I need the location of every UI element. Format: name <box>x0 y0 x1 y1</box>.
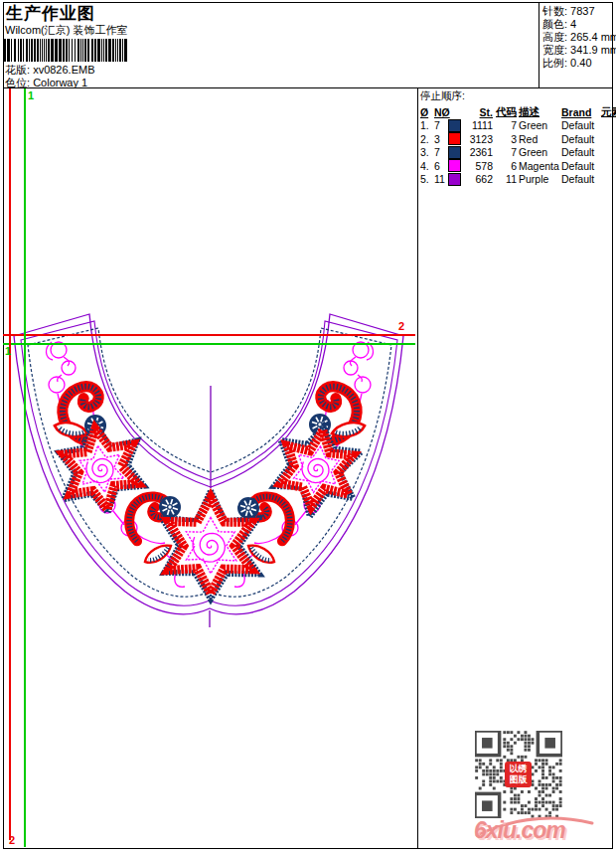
stitch-count: 1111 <box>465 119 495 131</box>
site-watermark: 6xiu.com <box>474 817 613 844</box>
color-description: Magenta <box>519 160 561 172</box>
qr-center-seal: 以绣 图版 <box>505 762 532 787</box>
thread-color-swatch <box>448 146 461 159</box>
stop-sequence-header-row: ØNØSt.代码描述Brand元素 <box>420 105 611 119</box>
color-description: Green <box>519 146 561 158</box>
row-index: 3. <box>420 146 434 158</box>
color-description: Red <box>519 133 561 145</box>
color-description: Purple <box>519 173 561 185</box>
stats-row-3: 宽度: 341.9 mm <box>542 44 612 57</box>
thread-code: 11 <box>495 173 519 185</box>
studio-subtitle: Wilcom(汇京) 装饰工作室 <box>5 23 127 38</box>
thread-code: 7 <box>495 146 519 158</box>
qr-code: 以绣 图版 <box>475 731 562 818</box>
color-swatch <box>448 132 465 145</box>
thread-code: 7 <box>495 119 519 131</box>
color-swatch <box>448 146 465 159</box>
stitch-count: 3123 <box>465 133 495 145</box>
stop-sequence-rows: 1.711117GreenDefault2.331233RedDefault3.… <box>420 119 611 187</box>
stitch-count: 662 <box>465 173 495 185</box>
row-index: 1. <box>420 119 434 131</box>
colorway-value: Colorway 1 <box>33 77 87 88</box>
stop-sequence-row-5: 5.1166211PurpleDefault <box>420 173 611 187</box>
seq-header-5: 描述 <box>519 105 539 117</box>
colorway-label: 色位: <box>5 77 30 88</box>
stats-row-4: 比例: 0.40 <box>542 57 612 70</box>
stitch-count: 578 <box>465 160 495 172</box>
thread-brand: Default <box>561 160 601 172</box>
seq-header-0: Ø <box>420 106 428 118</box>
page-title: 生产作业图 <box>6 2 95 25</box>
stats-row-0: 针数: 7837 <box>542 5 612 18</box>
seq-header-7: 元素 <box>601 105 616 117</box>
stop-sequence-row-4: 4.65786MagentaDefault <box>420 159 611 173</box>
thread-color-swatch <box>448 159 461 172</box>
needle-number: 3 <box>434 133 448 145</box>
header-divider <box>3 87 612 88</box>
seq-header-1: NØ <box>434 106 450 118</box>
colorway-line: 色位: Colorway 1 <box>5 76 87 90</box>
thread-brand: Default <box>561 146 601 158</box>
stop-sequence-row-3: 3.723617GreenDefault <box>420 146 611 160</box>
barcode <box>4 39 129 62</box>
stats-row-2: 高度: 265.4 mm <box>542 31 612 44</box>
pattern-value: xv0826.EMB <box>33 64 94 76</box>
color-swatch <box>448 173 465 186</box>
stats-row-1: 颜色: 4 <box>542 18 612 31</box>
color-swatch <box>448 159 465 172</box>
color-description: Green <box>519 119 561 131</box>
stop-sequence-row-1: 1.711117GreenDefault <box>420 119 611 133</box>
seq-header-6: Brand <box>561 106 591 118</box>
needle-number: 7 <box>434 119 448 131</box>
row-index: 2. <box>420 133 434 145</box>
needle-number: 11 <box>434 173 448 185</box>
pattern-label: 花版: <box>5 64 30 76</box>
thread-brand: Default <box>561 173 601 185</box>
stop-sequence-title: 停止顺序: <box>420 89 611 103</box>
color-swatch <box>448 119 465 132</box>
seq-header-3: St. <box>480 106 493 118</box>
design-stats-panel: 针数: 7837颜色: 4高度: 265.4 mm宽度: 341.9 mm比例:… <box>542 5 612 70</box>
row-index: 4. <box>420 160 434 172</box>
right-column-divider <box>417 87 418 848</box>
qr-seal-line2: 图版 <box>505 774 532 785</box>
thread-color-swatch <box>448 173 461 186</box>
thread-color-swatch <box>448 119 461 132</box>
thread-brand: Default <box>561 133 601 145</box>
stitch-count: 2361 <box>465 146 495 158</box>
row-index: 5. <box>420 173 434 185</box>
stats-divider <box>539 2 539 87</box>
needle-number: 6 <box>434 160 448 172</box>
thread-color-swatch <box>448 132 461 145</box>
needle-number: 7 <box>434 146 448 158</box>
thread-code: 3 <box>495 133 519 145</box>
stop-sequence-panel: 停止顺序: ØNØSt.代码描述Brand元素 1.711117GreenDef… <box>420 89 611 186</box>
thread-brand: Default <box>561 119 601 131</box>
qr-seal-line1: 以绣 <box>505 764 532 774</box>
thread-code: 6 <box>495 160 519 172</box>
stop-sequence-row-2: 2.331233RedDefault <box>420 132 611 146</box>
seq-header-4: 代码 <box>496 105 517 117</box>
